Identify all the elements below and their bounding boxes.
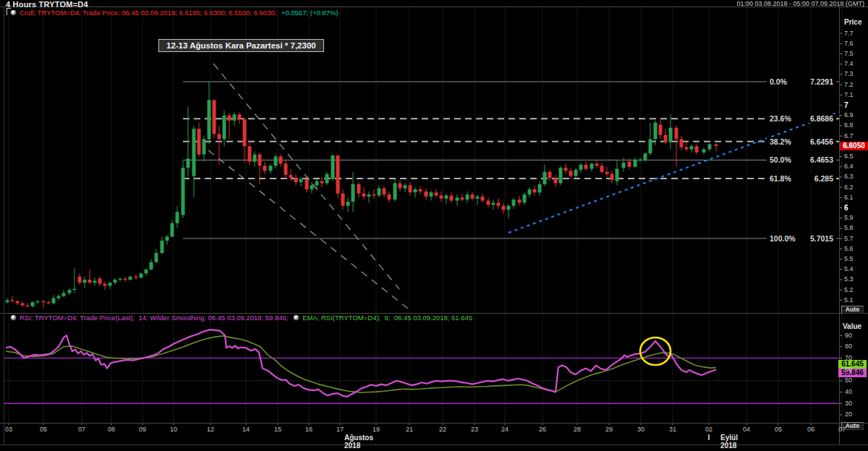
- date-label-09: 09: [139, 426, 146, 433]
- fib-label-100.0%: 100.0%5.7015: [767, 234, 836, 243]
- candle-body: [124, 279, 127, 280]
- instrument-icon: [10, 9, 17, 16]
- candle-body: [554, 178, 558, 183]
- chart-window: 4 Hours TRYTOM=D4 01:00 03.08.2018 - 05:…: [0, 0, 868, 451]
- value-tick-label: 40: [845, 389, 852, 395]
- price-tick-label: 6.8: [844, 122, 854, 129]
- candle-body: [78, 277, 82, 283]
- candle-body: [238, 114, 242, 119]
- support-trendline: [509, 112, 839, 233]
- candle-body: [481, 197, 485, 201]
- candle-body: [83, 280, 87, 283]
- candle-body: [310, 185, 314, 189]
- price-tick-label: 5.3: [844, 276, 854, 283]
- chart-canvas: [0, 0, 868, 451]
- candle-body: [569, 171, 573, 176]
- candle-body: [393, 183, 397, 199]
- annotation-box[interactable]: 12-13 Ağustos Kara Pazartesi * 7,2300: [158, 39, 324, 52]
- candle-body: [649, 139, 652, 153]
- candle-body: [702, 150, 706, 153]
- month-label: Eylül 2018: [720, 434, 738, 450]
- candle-body: [466, 194, 469, 199]
- fib-pct: 50.0%: [770, 155, 791, 164]
- ema-line: [6, 336, 716, 392]
- fib-pct: 23.6%: [770, 114, 791, 123]
- candlesticks: [6, 82, 718, 307]
- candle-body: [274, 157, 278, 166]
- candle-body: [88, 280, 92, 283]
- candle-body: [680, 139, 684, 147]
- ema-icon: [293, 314, 299, 321]
- candle-body: [305, 179, 309, 189]
- candle-body: [669, 128, 673, 142]
- rsi-legend[interactable]: RSI; TRYTOM=D4; Trade Price(Last); 14; W…: [10, 314, 472, 322]
- candle-body: [187, 158, 190, 168]
- candle-body: [388, 194, 391, 199]
- candle-body: [695, 146, 699, 153]
- candle-body: [294, 178, 298, 182]
- candle-body: [664, 135, 668, 142]
- date-label-19: 19: [373, 426, 380, 433]
- candle-body: [258, 155, 262, 166]
- date-label-02: 02: [705, 426, 712, 433]
- candle-body: [16, 301, 20, 304]
- candle-body: [430, 192, 433, 197]
- candle-body: [373, 194, 376, 195]
- candle-body: [171, 223, 174, 236]
- candle-body: [419, 189, 422, 192]
- candle-body: [336, 155, 340, 194]
- date-label-16: 16: [305, 426, 312, 433]
- candle-body: [564, 168, 568, 171]
- price-tick-label: 6.4: [844, 163, 854, 170]
- candle-body: [155, 253, 158, 262]
- candle-body: [362, 194, 366, 197]
- candle-body: [109, 283, 112, 285]
- date-label-03: 03: [5, 426, 12, 433]
- candle-body: [445, 195, 448, 198]
- candle-body: [659, 125, 663, 135]
- date-label-31: 31: [669, 426, 676, 433]
- price-tick-label: 5.7: [844, 236, 854, 242]
- candle-body: [487, 201, 490, 205]
- price-tick-label: 7.2: [844, 82, 854, 88]
- price-tick-label: 7: [844, 102, 848, 108]
- candle-body: [644, 153, 647, 160]
- price-tick-label: 5.8: [844, 225, 854, 231]
- candle-body: [331, 155, 335, 179]
- fib-label-61.8%: 61.8%6.285: [767, 174, 836, 183]
- candle-body: [26, 305, 30, 306]
- candle-body: [36, 301, 40, 302]
- candle-body: [610, 174, 614, 181]
- candle-body: [476, 197, 480, 199]
- value-tick-label: 30: [845, 400, 852, 407]
- candle-body: [176, 212, 179, 223]
- candle-body: [223, 116, 226, 139]
- candle-body: [523, 194, 527, 202]
- candle-body: [341, 194, 345, 206]
- candle-body: [253, 155, 257, 162]
- candle-body: [42, 301, 46, 302]
- candle-body: [228, 116, 231, 121]
- candle-legend[interactable]: Cndl; TRYTOM=D4; Trade Price; 06:45 03.0…: [10, 9, 339, 17]
- fib-price: 6.8686: [810, 114, 833, 123]
- date-label-21: 21: [406, 426, 413, 433]
- candle-body: [492, 202, 495, 205]
- fib-label-0.0%: 0.0%7.2291: [767, 77, 836, 86]
- candle-body: [574, 170, 578, 176]
- candle-body: [507, 206, 511, 210]
- price-auto-scale-button[interactable]: Auto: [841, 306, 864, 314]
- candle-body: [218, 134, 221, 139]
- candle-body: [579, 165, 583, 170]
- candle-body: [11, 300, 14, 301]
- date-label-24: 24: [501, 426, 509, 433]
- price-tick-label: 5.9: [844, 215, 854, 221]
- bottom-separator: [0, 444, 868, 445]
- date-label-23: 23: [471, 426, 478, 433]
- candle-body: [715, 145, 718, 146]
- date-label-08: 08: [108, 426, 115, 433]
- candle-body: [326, 174, 329, 184]
- annotation-text: 12-13 Ağustos Kara Pazartesi * 7,2300: [166, 41, 316, 50]
- price-tick-label: 7.3: [844, 71, 854, 77]
- candle-body: [639, 160, 642, 160]
- candle-body: [409, 185, 412, 192]
